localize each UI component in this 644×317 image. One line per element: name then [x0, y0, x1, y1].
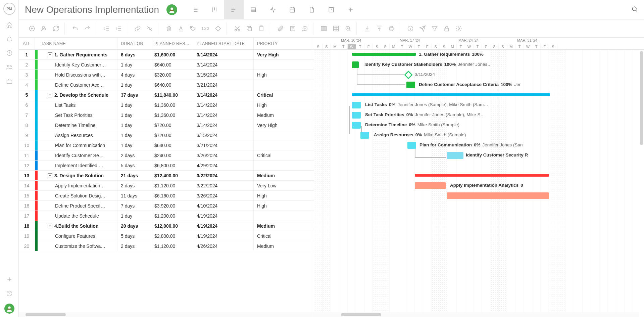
duration-cell[interactable]: 2 days [117, 150, 151, 160]
export-icon[interactable] [374, 24, 384, 34]
priority-cell[interactable]: Critical [254, 231, 294, 241]
outdent-icon[interactable] [101, 24, 111, 34]
view-tab-calendar[interactable] [283, 0, 302, 19]
duration-cell[interactable]: 5 days [117, 231, 151, 241]
priority-cell[interactable]: Medium [254, 171, 294, 180]
start-date-cell[interactable]: 3/21/2024 [193, 140, 254, 150]
resource-cell[interactable]: $12,000.00 [151, 221, 193, 231]
tag-icon[interactable] [188, 24, 198, 34]
task-row[interactable]: 6List Tasks1 day$1,360.003/14/2024High [19, 100, 314, 110]
priority-cell[interactable] [254, 161, 294, 170]
start-date-cell[interactable]: 3/15/2024 [193, 130, 254, 140]
gantt-summary-bar[interactable] [415, 174, 549, 177]
view-tab-risk[interactable] [321, 0, 341, 19]
milestone-icon[interactable] [213, 24, 223, 34]
task-name-cell[interactable]: −1. Gather Requirements [38, 50, 117, 59]
resource-cell[interactable]: $640.00 [151, 140, 193, 150]
duration-cell[interactable]: 1 day [117, 130, 151, 140]
start-date-cell[interactable]: 3/26/2024 [193, 150, 254, 160]
col-priority[interactable]: PRIORITY [254, 38, 294, 49]
view-tab-table[interactable] [244, 0, 263, 19]
task-name-cell[interactable]: Set Task Priorities [38, 110, 117, 120]
start-date-cell[interactable]: 4/19/2024 [193, 221, 254, 231]
indent-icon[interactable] [113, 24, 123, 34]
task-row[interactable]: 2Identify Key Customer…1 day$640.003/14/… [19, 60, 314, 70]
gantt-task-bar[interactable] [352, 102, 361, 108]
priority-cell[interactable] [254, 60, 294, 70]
import-icon[interactable] [362, 24, 372, 34]
task-row[interactable]: 4Define Customer Acc…1 day$640.003/21/20… [19, 80, 314, 90]
user-avatar[interactable] [166, 4, 177, 15]
task-row[interactable]: 15Create Solution Desig…11 days$6,160.00… [19, 191, 314, 201]
send-icon[interactable] [417, 24, 428, 34]
priority-cell[interactable] [254, 140, 294, 150]
start-date-cell[interactable]: 4/19/2024 [193, 211, 254, 221]
columns-icon[interactable] [319, 24, 329, 34]
resource-cell[interactable]: $640.00 [151, 60, 193, 70]
priority-cell[interactable]: High [254, 191, 294, 200]
start-date-cell[interactable]: 3/14/2024 [193, 110, 254, 120]
resource-cell[interactable]: $640.00 [151, 80, 193, 90]
gantt-task-bar[interactable] [352, 112, 361, 119]
task-row[interactable]: 11Identify Customer Se…2 days$240.003/26… [19, 150, 314, 161]
view-tab-status[interactable] [263, 0, 283, 19]
duration-cell[interactable]: 1 day [117, 110, 151, 120]
priority-cell[interactable]: High [254, 70, 294, 80]
task-name-cell[interactable]: Define Product Specif… [38, 201, 117, 211]
task-name-cell[interactable]: Customize the Softwa… [38, 241, 117, 251]
task-name-cell[interactable]: Update the Schedule [38, 211, 117, 221]
expand-icon[interactable]: − [48, 224, 52, 228]
duration-cell[interactable]: 1 day [117, 120, 151, 130]
start-date-cell[interactable]: 3/14/2024 [193, 60, 254, 70]
expand-icon[interactable]: − [48, 93, 52, 97]
priority-cell[interactable] [254, 80, 294, 90]
task-row[interactable]: 18−4.Build the Solution20 days$12,000.00… [19, 221, 314, 231]
task-row[interactable]: 10Plan for Communication1 day$640.003/21… [19, 140, 314, 150]
gantt-task-bar[interactable] [407, 142, 416, 149]
undo-icon[interactable] [70, 24, 80, 34]
start-date-cell[interactable]: 4/10/2024 [193, 201, 254, 211]
start-date-cell[interactable]: 3/14/2024 [193, 100, 254, 110]
resource-cell[interactable]: $12,400.00 [151, 171, 193, 180]
search-icon[interactable] [631, 6, 638, 14]
task-name-cell[interactable]: Assign Resources [38, 130, 117, 140]
start-date-cell[interactable]: 3/22/2024 [193, 171, 254, 180]
priority-cell[interactable]: Medium [254, 110, 294, 120]
resource-cell[interactable]: $720.00 [151, 120, 193, 130]
resource-cell[interactable]: $1,360.00 [151, 100, 193, 110]
start-date-cell[interactable]: 4/29/2024 [193, 161, 254, 170]
task-name-cell[interactable]: Identify Customer Se… [38, 150, 117, 160]
duration-cell[interactable]: 1 day [117, 60, 151, 70]
task-row[interactable]: 16Define Product Specif…7 days$3,920.004… [19, 201, 314, 211]
task-row[interactable]: 3Hold Discussions with…4 days$320.003/15… [19, 70, 314, 80]
task-name-cell[interactable]: Define Customer Acc… [38, 80, 117, 90]
task-row[interactable]: 19Configure Features5 days$2,800.004/19/… [19, 231, 314, 241]
task-name-cell[interactable]: Determine Timeline [38, 120, 117, 130]
task-name-cell[interactable]: Hold Discussions with… [38, 70, 117, 80]
lock-icon[interactable] [442, 24, 452, 34]
priority-cell[interactable]: High [254, 100, 294, 110]
filter-icon[interactable] [430, 24, 440, 34]
nav-bell-icon[interactable] [5, 35, 13, 43]
duration-cell[interactable]: 20 days [117, 221, 151, 231]
gantt-task-bar[interactable] [415, 182, 446, 189]
priority-cell[interactable]: Critical [254, 150, 294, 160]
nav-people-icon[interactable] [5, 63, 13, 71]
paste-icon[interactable] [256, 24, 266, 34]
gantt-summary-bar[interactable] [352, 53, 416, 56]
delete-icon[interactable] [164, 24, 174, 34]
gantt-hscroll[interactable] [314, 312, 639, 317]
nav-home-icon[interactable] [5, 21, 13, 29]
comment-icon[interactable] [300, 24, 310, 34]
task-row[interactable]: 14Apply Implementation…2 days$1,120.003/… [19, 181, 314, 191]
priority-cell[interactable] [254, 211, 294, 221]
redo-icon[interactable] [82, 24, 92, 34]
app-logo[interactable]: PM [3, 3, 15, 15]
task-name-cell[interactable]: Implement Identified … [38, 161, 117, 170]
col-name[interactable]: TASK NAME [38, 38, 117, 49]
task-row[interactable]: 1−1. Gather Requirements6 days$1,600.003… [19, 50, 314, 60]
add-task-icon[interactable] [27, 24, 37, 34]
view-tab-list[interactable] [185, 0, 205, 19]
link-icon[interactable] [133, 24, 143, 34]
duration-cell[interactable]: 37 days [117, 90, 151, 100]
